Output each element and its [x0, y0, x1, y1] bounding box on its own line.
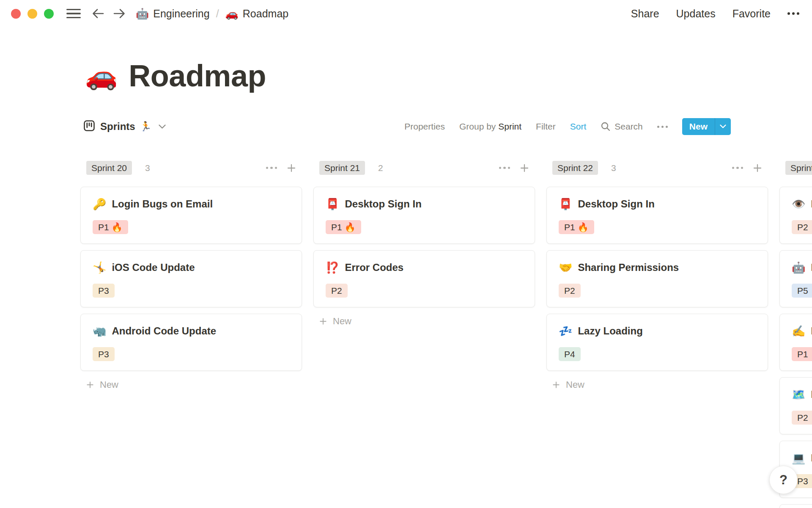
add-card-button[interactable]: New	[80, 379, 302, 390]
window-top-bar: 🤖 Engineering / 🚗 Roadmap Share Updates …	[0, 0, 812, 27]
share-button[interactable]: Share	[631, 8, 659, 20]
new-button[interactable]: New	[682, 118, 731, 135]
help-button[interactable]: ?	[769, 466, 798, 494]
kanban-card[interactable]	[779, 504, 812, 508]
card-emoji-icon: 💤	[559, 326, 572, 337]
priority-badge: P5	[792, 284, 812, 298]
robot-icon: 🤖	[136, 8, 149, 20]
column-more-icon[interactable]	[732, 167, 743, 169]
group-by-button[interactable]: Group by Sprint	[459, 121, 521, 132]
priority-badge: P3	[93, 284, 115, 298]
kanban-card[interactable]: 🤝 Sharing Permissions P2	[546, 250, 768, 307]
card-title: Lazy Loading	[578, 325, 642, 337]
priority-badge: P1 🔥	[559, 220, 594, 234]
card-emoji-icon: 👁️	[792, 199, 805, 210]
kanban-card[interactable]: 👁️ M P2	[779, 187, 812, 244]
column-add-icon[interactable]	[519, 163, 529, 173]
forward-arrow-icon[interactable]	[112, 8, 126, 19]
card-title: Error Codes	[345, 262, 403, 273]
card-title: Login Bugs on Email	[112, 198, 213, 210]
card-title: Desktop Sign In	[578, 198, 654, 210]
page-header: 🚗 Roadmap	[85, 58, 266, 93]
kanban-card[interactable]: ⁉️ Error Codes P2	[313, 250, 535, 307]
card-emoji-icon: ⁉️	[326, 262, 339, 273]
chevron-down-icon	[159, 124, 166, 129]
breadcrumb-separator: /	[216, 8, 219, 20]
toolbar-more-icon[interactable]	[657, 126, 668, 128]
kanban-card[interactable]: 🗺️ R P2	[779, 377, 812, 434]
view-tab-sprints[interactable]: Sprints 🏃	[80, 118, 168, 135]
maximize-window-button[interactable]	[44, 9, 54, 19]
breadcrumb-item-roadmap[interactable]: 🚗 Roadmap	[225, 8, 289, 20]
search-button[interactable]: Search	[601, 121, 643, 132]
column-more-icon[interactable]	[499, 167, 510, 169]
minimize-window-button[interactable]	[27, 9, 37, 19]
close-window-button[interactable]	[11, 9, 21, 19]
priority-badge: P2	[792, 411, 812, 425]
column-name-chip[interactable]: Sprint 22	[552, 161, 598, 175]
card-title: Desktop Sign In	[345, 198, 421, 210]
priority-badge: P1 🔥	[792, 347, 812, 361]
board-column: Sprint 21 2 📮 Desktop Sign In P1 🔥 ⁉️ Er…	[313, 161, 535, 508]
add-card-button[interactable]: New	[546, 379, 768, 390]
card-title: Android Code Update	[112, 325, 216, 337]
card-emoji-icon: 🤝	[559, 262, 572, 273]
kanban-card[interactable]: 📮 Desktop Sign In P1 🔥	[546, 187, 768, 244]
favorite-button[interactable]: Favorite	[732, 8, 771, 20]
car-icon: 🚗	[225, 8, 239, 20]
card-title: iOS Code Update	[112, 262, 195, 273]
column-header: Sprint 21 2	[313, 161, 535, 175]
traffic-lights	[11, 9, 54, 19]
kanban-card[interactable]: 🔑 Login Bugs on Email P1 🔥	[80, 187, 302, 244]
card-emoji-icon: 🤸	[93, 262, 106, 273]
board-column: Sprint 20 3 🔑 Login Bugs on Email P1 🔥 🤸…	[80, 161, 302, 508]
card-title: Sharing Permissions	[578, 262, 679, 273]
breadcrumb-item-engineering[interactable]: 🤖 Engineering	[136, 8, 210, 20]
priority-badge: P1 🔥	[326, 220, 361, 234]
view-toolbar: Sprints 🏃 Properties Group by Sprint Fil…	[80, 117, 731, 136]
board-column: Sprint 22 3 📮 Desktop Sign In P1 🔥 🤝 Sha…	[546, 161, 768, 508]
column-count: 3	[611, 163, 616, 173]
card-emoji-icon: ✍️	[792, 326, 805, 337]
column-header: Sprint	[779, 161, 812, 175]
add-card-button[interactable]: New	[313, 316, 535, 327]
priority-badge: P2	[326, 284, 348, 298]
card-emoji-icon: 🦏	[93, 326, 106, 337]
column-name-chip[interactable]: Sprint	[785, 161, 812, 175]
board: Sprint 20 3 🔑 Login Bugs on Email P1 🔥 🤸…	[80, 161, 812, 508]
priority-badge: P2	[559, 284, 581, 298]
kanban-card[interactable]: 🦏 Android Code Update P3	[80, 314, 302, 371]
column-add-icon[interactable]	[752, 163, 763, 173]
page-icon-car[interactable]: 🚗	[85, 63, 118, 89]
board-view-icon	[83, 119, 96, 134]
column-name-chip[interactable]: Sprint 20	[86, 161, 132, 175]
sidebar-menu-icon[interactable]	[66, 9, 81, 19]
more-options-icon[interactable]	[787, 12, 799, 15]
column-add-icon[interactable]	[286, 163, 296, 173]
kanban-card[interactable]: 🤖 I P5	[779, 250, 812, 307]
view-name: Sprints	[100, 121, 135, 133]
priority-badge: P2	[792, 220, 812, 234]
new-button-label[interactable]: New	[682, 118, 715, 135]
properties-button[interactable]: Properties	[404, 121, 445, 132]
priority-badge: P4	[559, 347, 581, 361]
kanban-card[interactable]: 📮 Desktop Sign In P1 🔥	[313, 187, 535, 244]
new-button-chevron-icon[interactable]	[715, 118, 731, 135]
column-more-icon[interactable]	[266, 167, 277, 169]
updates-button[interactable]: Updates	[676, 8, 716, 20]
kanban-card[interactable]: 💤 Lazy Loading P4	[546, 314, 768, 371]
kanban-card[interactable]: 🤸 iOS Code Update P3	[80, 250, 302, 307]
column-count: 3	[145, 163, 150, 173]
card-emoji-icon: 📮	[326, 199, 339, 210]
column-name-chip[interactable]: Sprint 21	[319, 161, 365, 175]
back-arrow-icon[interactable]	[91, 8, 105, 19]
column-header: Sprint 22 3	[546, 161, 768, 175]
search-icon	[601, 121, 611, 132]
sort-button[interactable]: Sort	[570, 121, 587, 132]
page-title[interactable]: Roadmap	[129, 58, 266, 93]
board-column: Sprint 👁️ M P2 🤖 I P5 ✍️ R P1 🔥	[779, 161, 812, 508]
card-emoji-icon: 💻	[792, 453, 805, 464]
card-emoji-icon: 🗺️	[792, 389, 805, 400]
kanban-card[interactable]: ✍️ R P1 🔥	[779, 314, 812, 371]
filter-button[interactable]: Filter	[536, 121, 556, 132]
